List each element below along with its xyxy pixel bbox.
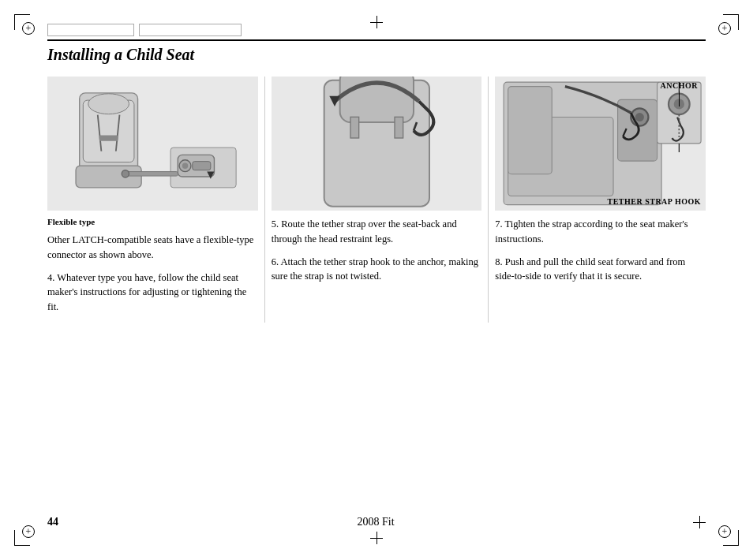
car-seat-svg [58, 84, 247, 204]
svg-point-10 [182, 162, 188, 168]
svg-point-14 [122, 170, 129, 177]
crosshair-top [370, 16, 383, 28]
col2-para1: 5. Route the tether strap over the seat-… [272, 217, 482, 247]
page-number: 44 [47, 516, 58, 528]
crosshair-bottom [370, 532, 383, 544]
tether-strap-hook-label: TETHER STRAP HOOK [607, 197, 701, 206]
illustration-flexible-type [47, 77, 258, 211]
svg-rect-1 [76, 166, 141, 188]
page: Installing a Child Seat [0, 0, 753, 560]
col3-para1: 7. Tighten the strap according to the se… [495, 217, 706, 247]
column-3: ANCHOR TETHER STRAP HOOK [489, 77, 706, 323]
column-2: 5. Route the tether strap over the seat-… [265, 77, 489, 323]
col1-text: Other LATCH-compatible seats have a flex… [47, 233, 258, 315]
col3-para2: 8. Push and pull the child seat forward … [495, 255, 706, 285]
col1-para1: Other LATCH-compatible seats have a flex… [47, 233, 258, 263]
footer: 44 2008 Fit [47, 516, 706, 528]
anchor-label: ANCHOR [661, 81, 698, 106]
reg-circle-tl [22, 22, 35, 35]
svg-rect-11 [193, 161, 211, 170]
crosshair-bottom-right [693, 516, 706, 528]
title-section: Installing a Child Seat [47, 39, 706, 64]
reg-circle-bl [22, 525, 35, 538]
header-tab-1 [47, 24, 134, 36]
illustration-anchor: ANCHOR TETHER STRAP HOOK [495, 77, 706, 211]
reg-circle-tr [718, 22, 731, 35]
svg-point-3 [88, 93, 129, 114]
svg-rect-13 [126, 171, 178, 176]
svg-rect-18 [395, 118, 403, 139]
page-title: Installing a Child Seat [47, 46, 194, 63]
svg-rect-22 [508, 87, 553, 174]
svg-rect-6 [99, 135, 118, 140]
flexible-type-caption: Flexible type [47, 217, 258, 226]
col1-para2: 4. Whatever type you have, follow the ch… [47, 271, 258, 315]
svg-point-25 [635, 113, 644, 121]
col2-text: 5. Route the tether strap over the seat-… [272, 217, 482, 284]
col3-text: 7. Tighten the strap according to the se… [495, 217, 706, 284]
svg-rect-17 [350, 118, 359, 139]
col2-para2: 6. Attach the tether strap hook to the a… [272, 255, 482, 285]
illustration-tether-route [272, 77, 482, 211]
tether-route-svg [272, 77, 482, 211]
footer-vehicle-title: 2008 Fit [357, 516, 394, 528]
column-1: Flexible type Other LATCH-compatible sea… [47, 77, 265, 323]
content-columns: Flexible type Other LATCH-compatible sea… [47, 77, 706, 323]
reg-circle-br [718, 525, 731, 538]
header-tab-2 [139, 24, 242, 36]
